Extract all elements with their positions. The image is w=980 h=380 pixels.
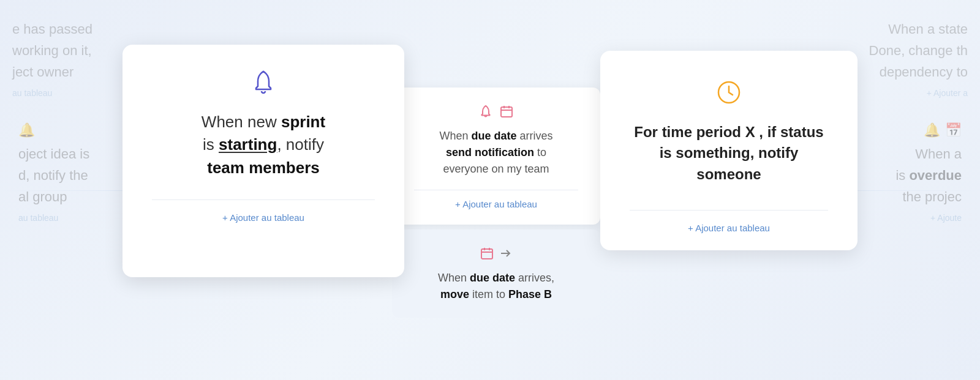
ghost-right-lower: 🔔 📅 When a is overdue the projec + Ajout… — [895, 122, 962, 223]
ghost-left-lower-line3: al group — [18, 186, 89, 207]
text-due-date2: due date — [470, 272, 515, 284]
due-notify-text: When due date arrives send notification … — [414, 128, 578, 177]
text-arrives: arrives — [517, 130, 553, 142]
cal-pink-icon — [500, 105, 513, 118]
ghost-text-right: When a state Done, change th dependency … — [857, 0, 980, 116]
text-is: is — [203, 135, 219, 154]
ghost-right-lower-line2: is overdue — [895, 165, 962, 186]
ghost-right-icons: 🔔 📅 — [895, 122, 962, 138]
ghost-right-link1: + Ajouter a — [869, 88, 968, 98]
time-period-divider — [630, 210, 828, 210]
text-everyone: everyone on my team — [443, 163, 549, 175]
text-due-date: due date — [472, 130, 517, 142]
due-move-icons — [414, 247, 578, 260]
text-notify: , notify — [277, 135, 324, 154]
due-notify-divider — [414, 190, 578, 190]
svg-rect-1 — [501, 107, 512, 117]
time-period-card-text: For time period X , if status is somethi… — [630, 122, 828, 185]
text-send-notification: send notification — [446, 146, 534, 158]
card-sprint: When new sprint is starting, notify team… — [123, 45, 404, 277]
ghost-left-bell: 🔔 — [18, 122, 89, 138]
text-starting: starting — [219, 135, 277, 154]
sprint-card-divider — [152, 199, 375, 200]
ghost-left-line2: working on it, — [12, 40, 92, 61]
text-move: move — [440, 288, 469, 300]
ghost-cal-icon: 📅 — [945, 122, 962, 138]
time-period-add-link[interactable]: + Ajouter au tableau — [688, 223, 770, 233]
card-due-move: When due date arrives, move item to Phas… — [392, 229, 600, 318]
arrow-right-icon — [500, 247, 512, 259]
cal-move-icon — [480, 247, 494, 260]
ghost-bell-icon: 🔔 — [924, 122, 940, 138]
ghost-left-line1: e has passed — [12, 18, 92, 40]
ghost-left-lower-line1: oject idea is — [18, 143, 89, 165]
svg-rect-5 — [481, 249, 492, 259]
ghost-left-lower: 🔔 oject idea is d, notify the al group a… — [18, 122, 89, 223]
ghost-right-line2: Done, change th — [869, 40, 968, 61]
clock-icon — [717, 80, 741, 105]
text-phase-b: Phase B — [508, 288, 552, 300]
due-notify-icons — [414, 105, 578, 118]
middle-column: When due date arrives send notification … — [392, 88, 600, 318]
text-arrives2: arrives, — [515, 272, 554, 284]
text-when: When — [439, 130, 471, 142]
sprint-add-link[interactable]: + Ajouter au tableau — [222, 212, 304, 223]
text-when2: When — [438, 272, 470, 284]
text-for-time: For time period X — [634, 124, 755, 140]
text-item-to: item to — [469, 288, 508, 300]
ghost-text-left: e has passed working on it, ject owner a… — [0, 0, 105, 116]
ghost-right-lower-link: + Ajoute — [895, 213, 962, 223]
text-team-members: team members — [207, 158, 320, 177]
due-notify-add-link[interactable]: + Ajouter au tableau — [455, 199, 537, 209]
ghost-right-line3: dependency to — [869, 61, 968, 83]
ghost-right-lower-line3: the projec — [895, 186, 962, 207]
main-scene: e has passed working on it, ject owner a… — [0, 0, 980, 380]
card-time-period: For time period X , if status is somethi… — [600, 51, 858, 250]
ghost-right-lower-line1: When a — [895, 143, 962, 165]
text-when-new: When new — [202, 113, 281, 131]
bell-icon — [250, 69, 277, 96]
ghost-left-lower-line2: d, notify the — [18, 165, 89, 186]
ghost-left-link1: au tableau — [12, 88, 92, 98]
text-if: , if — [755, 124, 780, 140]
bell-pink-icon — [479, 105, 492, 118]
text-to: to — [534, 146, 546, 158]
sprint-card-text: When new sprint is starting, notify team… — [202, 111, 325, 180]
due-move-text: When due date arrives, move item to Phas… — [414, 270, 578, 303]
ghost-left-line3: ject owner — [12, 61, 92, 83]
cards-container: When new sprint is starting, notify team… — [123, 63, 858, 318]
ghost-right-line1: When a state — [869, 18, 968, 40]
card-due-notify: When due date arrives send notification … — [392, 88, 600, 225]
svg-point-0 — [263, 70, 265, 72]
ghost-left-lower-link: au tableau — [18, 213, 89, 223]
text-sprint: sprint — [281, 113, 325, 131]
